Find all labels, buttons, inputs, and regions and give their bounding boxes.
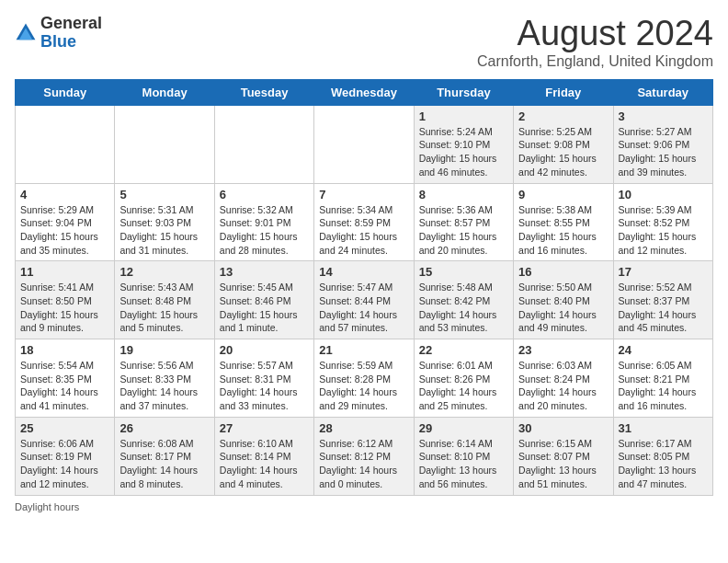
day-number: 11 [20,265,109,279]
calendar-cell: 16Sunrise: 5:50 AMSunset: 8:40 PMDayligh… [514,261,613,339]
calendar-cell: 14Sunrise: 5:47 AMSunset: 8:44 PMDayligh… [314,261,414,339]
day-number: 3 [619,109,708,123]
calendar-week-row: 4Sunrise: 5:29 AMSunset: 9:04 PMDaylight… [16,183,713,261]
day-of-week-header: Wednesday [314,79,414,105]
day-number: 19 [119,343,209,357]
day-detail: Sunrise: 6:05 AMSunset: 8:21 PMDaylight:… [619,359,708,413]
day-number: 21 [319,343,408,357]
day-number: 23 [518,343,608,357]
calendar-cell: 2Sunrise: 5:25 AMSunset: 9:08 PMDaylight… [514,105,613,183]
calendar-cell: 19Sunrise: 5:56 AMSunset: 8:33 PMDayligh… [115,339,214,418]
day-number: 25 [20,421,109,435]
calendar-footer: Daylight hours [15,501,713,512]
day-detail: Sunrise: 6:10 AMSunset: 8:14 PMDaylight:… [220,437,309,491]
day-number: 22 [419,343,508,357]
logo-blue-text: Blue [40,33,102,52]
day-detail: Sunrise: 5:47 AMSunset: 8:44 PMDaylight:… [319,281,408,335]
day-number: 18 [20,343,109,357]
day-detail: Sunrise: 5:59 AMSunset: 8:28 PMDaylight:… [319,359,408,413]
calendar-week-row: 25Sunrise: 6:06 AMSunset: 8:19 PMDayligh… [16,417,713,495]
day-of-week-header: Tuesday [214,79,313,105]
calendar-cell [214,105,313,183]
day-detail: Sunrise: 5:57 AMSunset: 8:31 PMDaylight:… [220,359,309,413]
day-detail: Sunrise: 6:14 AMSunset: 8:10 PMDaylight:… [419,437,508,491]
day-number: 4 [20,188,109,201]
logo-general-text: General [40,15,102,33]
day-detail: Sunrise: 6:15 AMSunset: 8:07 PMDaylight:… [518,437,608,491]
calendar-title: August 2024 [477,15,713,53]
calendar-cell: 22Sunrise: 6:01 AMSunset: 8:26 PMDayligh… [414,339,513,418]
day-number: 8 [419,188,508,201]
calendar-cell: 25Sunrise: 6:06 AMSunset: 8:19 PMDayligh… [16,417,115,495]
day-of-week-header: Friday [514,79,613,105]
calendar-cell: 29Sunrise: 6:14 AMSunset: 8:10 PMDayligh… [414,417,513,495]
page-header: General Blue August 2024 Carnforth, Engl… [15,15,713,70]
day-detail: Sunrise: 5:43 AMSunset: 8:48 PMDaylight:… [119,281,209,335]
calendar-cell: 13Sunrise: 5:45 AMSunset: 8:46 PMDayligh… [214,261,313,339]
day-detail: Sunrise: 5:25 AMSunset: 9:08 PMDaylight:… [518,125,608,179]
day-detail: Sunrise: 5:29 AMSunset: 9:04 PMDaylight:… [20,203,109,258]
logo-icon [15,22,37,44]
calendar-cell: 20Sunrise: 5:57 AMSunset: 8:31 PMDayligh… [214,339,313,418]
day-detail: Sunrise: 6:01 AMSunset: 8:26 PMDaylight:… [419,359,508,413]
day-number: 2 [518,109,608,123]
day-number: 28 [319,421,408,435]
calendar-cell: 5Sunrise: 5:31 AMSunset: 9:03 PMDaylight… [115,183,214,261]
day-number: 24 [619,343,708,357]
day-detail: Sunrise: 5:34 AMSunset: 8:59 PMDaylight:… [319,203,408,258]
day-detail: Sunrise: 5:27 AMSunset: 9:06 PMDaylight:… [619,125,708,179]
day-number: 5 [119,188,209,201]
calendar-cell: 7Sunrise: 5:34 AMSunset: 8:59 PMDaylight… [314,183,414,261]
day-detail: Sunrise: 5:54 AMSunset: 8:35 PMDaylight:… [20,359,109,413]
calendar-week-row: 18Sunrise: 5:54 AMSunset: 8:35 PMDayligh… [16,339,713,418]
calendar-cell: 21Sunrise: 5:59 AMSunset: 8:28 PMDayligh… [314,339,414,418]
day-detail: Sunrise: 6:12 AMSunset: 8:12 PMDaylight:… [319,437,408,491]
calendar-week-row: 1Sunrise: 5:24 AMSunset: 9:10 PMDaylight… [16,105,713,183]
calendar-cell [314,105,414,183]
day-detail: Sunrise: 5:50 AMSunset: 8:40 PMDaylight:… [518,281,608,335]
calendar-cell: 23Sunrise: 6:03 AMSunset: 8:24 PMDayligh… [514,339,613,418]
calendar-cell: 8Sunrise: 5:36 AMSunset: 8:57 PMDaylight… [414,183,513,261]
day-detail: Sunrise: 5:38 AMSunset: 8:55 PMDaylight:… [518,203,608,258]
calendar-cell: 18Sunrise: 5:54 AMSunset: 8:35 PMDayligh… [16,339,115,418]
calendar-cell [16,105,115,183]
calendar-cell: 24Sunrise: 6:05 AMSunset: 8:21 PMDayligh… [613,339,712,418]
calendar-cell: 10Sunrise: 5:39 AMSunset: 8:52 PMDayligh… [613,183,712,261]
day-number: 12 [119,265,209,279]
day-detail: Sunrise: 5:32 AMSunset: 9:01 PMDaylight:… [220,203,309,258]
day-number: 17 [619,265,708,279]
calendar-cell: 30Sunrise: 6:15 AMSunset: 8:07 PMDayligh… [514,417,613,495]
day-number: 6 [220,188,309,201]
day-detail: Sunrise: 5:56 AMSunset: 8:33 PMDaylight:… [119,359,209,413]
day-number: 26 [119,421,209,435]
day-detail: Sunrise: 5:31 AMSunset: 9:03 PMDaylight:… [119,203,209,258]
calendar-cell: 15Sunrise: 5:48 AMSunset: 8:42 PMDayligh… [414,261,513,339]
calendar-cell: 3Sunrise: 5:27 AMSunset: 9:06 PMDaylight… [613,105,712,183]
day-number: 10 [619,188,708,201]
day-detail: Sunrise: 5:39 AMSunset: 8:52 PMDaylight:… [619,203,708,258]
day-of-week-header: Monday [115,79,214,105]
calendar-cell: 31Sunrise: 6:17 AMSunset: 8:05 PMDayligh… [613,417,712,495]
calendar-cell [115,105,214,183]
day-detail: Sunrise: 5:36 AMSunset: 8:57 PMDaylight:… [419,203,508,258]
calendar-table: SundayMondayTuesdayWednesdayThursdayFrid… [15,79,713,496]
calendar-cell: 4Sunrise: 5:29 AMSunset: 9:04 PMDaylight… [16,183,115,261]
day-number: 9 [518,188,608,201]
day-of-week-header: Sunday [16,79,115,105]
calendar-cell: 28Sunrise: 6:12 AMSunset: 8:12 PMDayligh… [314,417,414,495]
day-detail: Sunrise: 5:48 AMSunset: 8:42 PMDaylight:… [419,281,508,335]
day-detail: Sunrise: 5:24 AMSunset: 9:10 PMDaylight:… [419,125,508,179]
day-of-week-header: Thursday [414,79,513,105]
calendar-cell: 27Sunrise: 6:10 AMSunset: 8:14 PMDayligh… [214,417,313,495]
calendar-cell: 26Sunrise: 6:08 AMSunset: 8:17 PMDayligh… [115,417,214,495]
calendar-cell: 9Sunrise: 5:38 AMSunset: 8:55 PMDaylight… [514,183,613,261]
day-detail: Sunrise: 5:52 AMSunset: 8:37 PMDaylight:… [619,281,708,335]
day-number: 1 [419,109,508,123]
day-of-week-header: Saturday [613,79,712,105]
calendar-cell: 12Sunrise: 5:43 AMSunset: 8:48 PMDayligh… [115,261,214,339]
calendar-subtitle: Carnforth, England, United Kingdom [477,53,713,70]
calendar-cell: 6Sunrise: 5:32 AMSunset: 9:01 PMDaylight… [214,183,313,261]
day-detail: Sunrise: 6:17 AMSunset: 8:05 PMDaylight:… [619,437,708,491]
day-number: 20 [220,343,309,357]
day-number: 30 [518,421,608,435]
